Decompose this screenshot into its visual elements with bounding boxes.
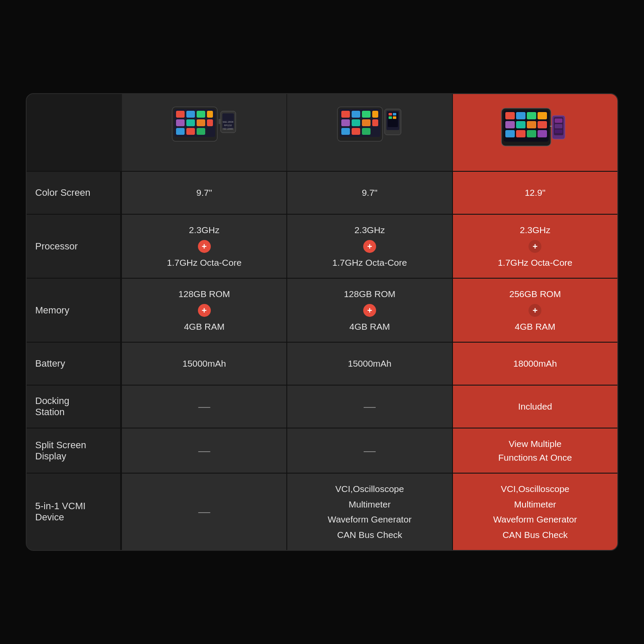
svg-rect-6 — [176, 119, 185, 126]
cell-content-ultra-5: View Multiple Functions At Once — [498, 437, 572, 464]
svg-rect-41 — [505, 112, 515, 119]
dash-ms919-5: — — [364, 442, 376, 460]
cell-content-ms919-5: — — [364, 442, 376, 460]
svg-text:RP1210: RP1210 — [224, 124, 232, 127]
plus-top-ms909-1: 2.3GHz — [189, 223, 219, 237]
plus-bottom-ms919-2: 4GB RAM — [349, 320, 390, 334]
cell-ultra-1: 2.3GHz+1.7GHz Octa-Core — [452, 215, 617, 278]
cell-ms919-3: 15000mAh — [286, 343, 452, 385]
multiline-line-2-ms919-6: Waveform Generator — [328, 513, 411, 526]
svg-rect-44 — [538, 112, 547, 119]
svg-rect-37 — [389, 116, 392, 119]
header-row: SAE J2534 RP1210 ISO 22900 — [27, 94, 617, 171]
plus-top-ms919-2: 128GB ROM — [344, 287, 395, 301]
cell-content-ms909-1: 2.3GHz+1.7GHz Octa-Core — [167, 223, 242, 269]
svg-rect-28 — [372, 119, 378, 126]
header-ultra — [452, 94, 617, 171]
svg-rect-38 — [393, 116, 396, 119]
multiline-line-2-ultra-6: Waveform Generator — [493, 513, 577, 526]
cell-ms909-4: — — [121, 386, 286, 428]
plus-icon-ultra-1: + — [529, 240, 541, 253]
cell-content-ms919-3: 15000mAh — [348, 357, 392, 371]
table-row-4: Docking Station——Included — [27, 385, 617, 428]
value-ms919-3: 15000mAh — [348, 357, 392, 371]
svg-rect-57 — [555, 130, 562, 133]
table-row-2: Memory128GB ROM+4GB RAM128GB ROM+4GB RAM… — [27, 278, 617, 342]
row-label-4: Docking Station — [27, 386, 121, 428]
cell-ms919-5: — — [286, 428, 452, 473]
svg-text:ISO 22900: ISO 22900 — [223, 128, 233, 130]
plus-bottom-ms919-1: 1.7GHz Octa-Core — [332, 256, 407, 270]
value-ms919-0: 9.7" — [362, 186, 378, 200]
svg-rect-56 — [555, 124, 562, 128]
cell-content-ultra-6: VCI,OscilloscopeMultimeterWaveform Gener… — [493, 482, 577, 541]
svg-rect-18 — [219, 119, 221, 124]
cell-content-ms909-6: — — [198, 503, 210, 521]
svg-rect-21 — [341, 111, 350, 118]
cell-ms909-3: 15000mAh — [121, 343, 286, 385]
dash-ms909-6: — — [198, 503, 210, 521]
cell-ultra-4: Included — [452, 386, 617, 428]
plus-bottom-ms909-2: 4GB RAM — [184, 320, 225, 334]
multiline-line-3-ultra-6: CAN Bus Check — [502, 528, 568, 542]
row-label-1: Processor — [27, 215, 121, 278]
cell-content-ultra-3: 18000mAh — [513, 357, 557, 371]
cell-content-ms919-1: 2.3GHz+1.7GHz Octa-Core — [332, 223, 407, 269]
dash-ms909-4: — — [198, 398, 210, 416]
cell-ms919-0: 9.7" — [286, 172, 452, 214]
svg-rect-25 — [341, 119, 350, 126]
cell-ultra-3: 18000mAh — [452, 343, 617, 385]
comparison-table: SAE J2534 RP1210 ISO 22900 — [26, 93, 618, 551]
cell-content-ms909-5: — — [198, 442, 210, 460]
row-label-3: Battery — [27, 343, 121, 385]
cell-ultra-0: 12.9" — [452, 172, 617, 214]
cell-content-ms919-6: VCI,OscilloscopeMultimeterWaveform Gener… — [328, 482, 411, 541]
dash-ms919-4: — — [364, 398, 376, 416]
header-ms909: SAE J2534 RP1210 ISO 22900 — [121, 94, 286, 171]
cell-ms919-2: 128GB ROM+4GB RAM — [286, 279, 452, 342]
cell-ms919-6: VCI,OscilloscopeMultimeterWaveform Gener… — [286, 474, 452, 550]
cell-content-ms909-0: 9.7" — [196, 186, 212, 200]
svg-rect-50 — [516, 130, 526, 137]
svg-rect-31 — [362, 128, 371, 135]
plus-bottom-ultra-2: 4GB RAM — [515, 320, 556, 334]
svg-rect-29 — [341, 128, 350, 135]
svg-rect-23 — [362, 111, 371, 118]
row-label-6: 5-in-1 VCMI Device — [27, 474, 121, 550]
svg-rect-5 — [207, 111, 213, 118]
svg-text:SAE J2534: SAE J2534 — [222, 121, 233, 123]
cell-content-ultra-4: Included — [518, 400, 552, 413]
cell-ultra-6: VCI,OscilloscopeMultimeterWaveform Gener… — [452, 474, 617, 550]
multiline-line-3-ms919-6: CAN Bus Check — [337, 528, 402, 542]
svg-rect-27 — [362, 119, 371, 126]
plus-icon-ms919-1: + — [363, 240, 376, 253]
table-row-0: Color Screen9.7"9.7"12.9" — [27, 171, 617, 214]
svg-rect-24 — [372, 111, 378, 118]
row-label-0: Color Screen — [27, 172, 121, 214]
svg-rect-36 — [393, 113, 396, 115]
plus-bottom-ultra-1: 1.7GHz Octa-Core — [498, 256, 572, 270]
cell-ms909-5: — — [121, 428, 286, 473]
svg-rect-42 — [516, 112, 526, 119]
row-label-2: Memory — [27, 279, 121, 342]
svg-rect-8 — [197, 119, 205, 126]
svg-rect-9 — [207, 119, 213, 126]
svg-rect-43 — [527, 112, 536, 119]
cell-content-ultra-1: 2.3GHz+1.7GHz Octa-Core — [498, 223, 572, 269]
multiline-line-0-ms919-6: VCI,Oscilloscope — [335, 482, 404, 496]
svg-rect-30 — [352, 128, 360, 135]
header-empty-cell — [27, 94, 121, 171]
value-ultra-0: 12.9" — [525, 186, 545, 200]
cell-content-ms909-2: 128GB ROM+4GB RAM — [179, 287, 230, 333]
svg-rect-52 — [538, 130, 547, 137]
table-row-5: Split Screen Display——View Multiple Func… — [27, 428, 617, 473]
plus-icon-ms919-2: + — [363, 304, 376, 317]
cell-ms909-0: 9.7" — [121, 172, 286, 214]
svg-rect-55 — [555, 118, 562, 123]
svg-rect-47 — [527, 121, 536, 128]
plus-top-ms909-2: 128GB ROM — [179, 287, 230, 301]
svg-rect-51 — [527, 130, 536, 137]
dash-ms909-5: — — [198, 442, 210, 460]
svg-rect-35 — [389, 113, 392, 115]
cell-ultra-2: 256GB ROM+4GB RAM — [452, 279, 617, 342]
